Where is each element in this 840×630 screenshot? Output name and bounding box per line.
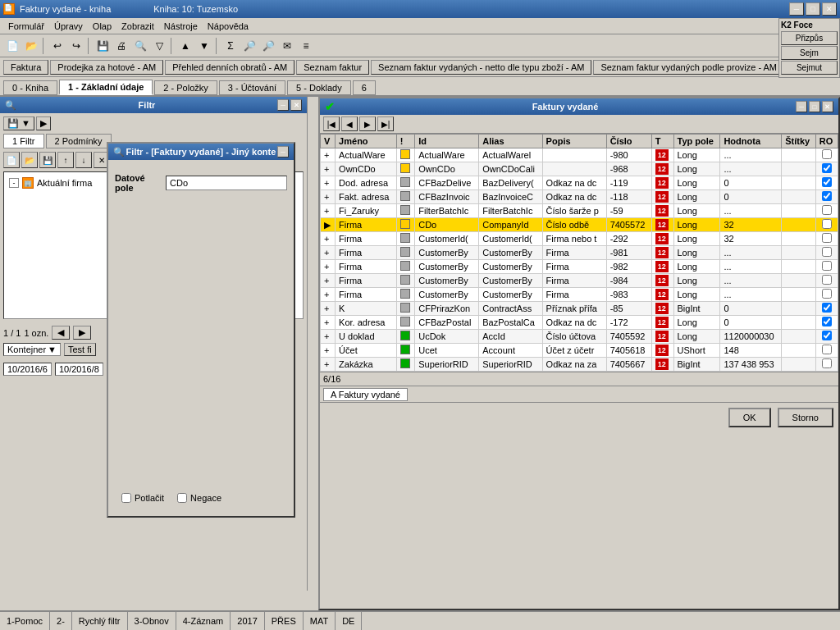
filter-action-save2[interactable]: 💾 <box>39 152 56 168</box>
status-pomoc[interactable]: 1-Pomoc <box>0 612 50 630</box>
table-row[interactable]: + K CFPrirazKon ContractAss Příznak příf… <box>321 302 838 316</box>
cell-ro[interactable] <box>815 232 838 246</box>
menu-napoveda[interactable]: Nápověda <box>203 20 253 33</box>
table-row[interactable]: + OwnCDo OwnCDo OwnCDoCali -968 12 Long … <box>321 162 838 176</box>
maximize-btn[interactable]: □ <box>806 2 820 16</box>
cell-ro[interactable] <box>815 148 838 162</box>
table-row[interactable]: + ActualWare ActualWare ActualWarel -980… <box>321 148 838 162</box>
table-row[interactable]: + Firma CustomerId( CustomerId( Firma ne… <box>321 232 838 246</box>
table-row[interactable]: + Fakt. adresa CFBazInvoic BazInvoiceC O… <box>321 190 838 204</box>
cell-ro[interactable] <box>815 288 838 302</box>
table-row[interactable]: + Kor. adresa CFBazPostal BazPostalCa Od… <box>321 316 838 330</box>
table-row[interactable]: + Firma CustomerBy CustomerBy Firma -984… <box>321 274 838 288</box>
ok-button[interactable]: OK <box>728 408 771 427</box>
shortcut-seznam-provize[interactable]: Seznam faktur vydaných podle provize - A… <box>593 60 784 75</box>
potlacit-checkbox[interactable]: Potlačit <box>121 493 164 503</box>
shortcut-prehled[interactable]: Přehled denních obratů - AM <box>165 60 294 75</box>
negace-checkbox[interactable]: Negace <box>177 493 221 503</box>
filter-action-new[interactable]: 📄 <box>3 152 20 168</box>
right-panel-min[interactable]: ─ <box>796 101 807 112</box>
bottom-tab-faktury[interactable]: A Faktury vydané <box>323 388 408 401</box>
right-panel-max[interactable]: □ <box>809 101 820 112</box>
table-row[interactable]: ▶ Firma CDo CompanyId Číslo odbě 7405572… <box>321 218 838 232</box>
menu-formularz[interactable]: Formulář <box>3 20 49 33</box>
date-to[interactable]: 10/2016/8 <box>55 363 103 376</box>
cell-ro[interactable] <box>815 162 838 176</box>
cell-ro[interactable] <box>815 358 838 372</box>
table-row[interactable]: + Firma CustomerBy CustomerBy Firma -981… <box>321 246 838 260</box>
shortcut-seznam[interactable]: Seznam faktur <box>296 60 369 75</box>
shortcut-seznam-vydanych[interactable]: Seznam faktur vydaných - netto dle typu … <box>371 60 591 75</box>
table-row[interactable]: + Firma CustomerBy CustomerBy Firma -983… <box>321 288 838 302</box>
tab-1-zakladni[interactable]: 1 - Základní údaje <box>59 80 153 95</box>
tab-3-uctovani[interactable]: 3 - Účtování <box>219 80 285 95</box>
menu-nastroje[interactable]: Nástroje <box>159 20 203 33</box>
shortcut-prodejka[interactable]: Prodejka za hotové - AM <box>50 60 163 75</box>
cell-ro[interactable] <box>815 344 838 358</box>
date-from[interactable]: 10/2016/6 <box>3 363 52 376</box>
close-btn[interactable]: ✕ <box>822 2 837 16</box>
subdialog-field-input[interactable] <box>166 176 287 190</box>
tb-open[interactable]: 📂 <box>22 37 40 55</box>
tb-redo[interactable]: ↪ <box>67 37 85 55</box>
cell-ro[interactable] <box>815 246 838 260</box>
right-panel-close[interactable]: ✕ <box>822 101 833 112</box>
table-row[interactable]: + U doklad UcDok AccId Číslo účtova 7405… <box>321 330 838 344</box>
kontejner-dropdown[interactable]: Kontejner ▼ <box>3 343 61 356</box>
shortcut-faktura[interactable]: Faktura <box>3 60 48 75</box>
tb-up[interactable]: ▲ <box>176 37 194 55</box>
pag-prev[interactable]: ◀ <box>52 326 70 340</box>
status-obnov[interactable]: 3-Obnov <box>128 612 176 630</box>
k2-sejmut[interactable]: Sejmut <box>781 61 838 75</box>
tb-new[interactable]: 📄 <box>3 37 21 55</box>
tb-sum[interactable]: Σ <box>221 37 240 55</box>
table-row[interactable]: + Fi_Zaruky FilterBatchIc FilterBatchIc … <box>321 204 838 218</box>
tb-undo[interactable]: ↩ <box>48 37 66 55</box>
tb-funnel[interactable]: ▽ <box>150 37 168 55</box>
tb-down[interactable]: ▼ <box>195 37 213 55</box>
menu-olap[interactable]: Olap <box>88 20 116 33</box>
nav-prev[interactable]: ◀ <box>341 116 358 131</box>
nav-first[interactable]: |◀ <box>323 116 340 131</box>
status-zaznam[interactable]: 4-Záznam <box>176 612 231 630</box>
cell-ro[interactable] <box>815 302 838 316</box>
storno-button[interactable]: Storno <box>778 408 833 427</box>
k2-sejm[interactable]: Sejm <box>781 46 838 60</box>
tb-print[interactable]: 🖨 <box>112 37 130 55</box>
cell-ro[interactable] <box>815 330 838 344</box>
filter-close[interactable]: ✕ <box>290 99 302 111</box>
tb-search[interactable]: 🔎 <box>240 37 258 55</box>
cell-ro[interactable] <box>815 204 838 218</box>
tab-2-polozky[interactable]: 2 - Položky <box>154 80 217 95</box>
cell-ro[interactable] <box>815 190 838 204</box>
cell-ro[interactable] <box>815 274 838 288</box>
tab-6[interactable]: 6 <box>353 80 376 95</box>
table-row[interactable]: + Firma CustomerBy CustomerBy Firma -982… <box>321 260 838 274</box>
filter-tab-1[interactable]: 1 Filtr <box>3 134 44 148</box>
cell-ro[interactable] <box>815 260 838 274</box>
tb-search2[interactable]: 🔎 <box>259 37 277 55</box>
table-row[interactable]: + Zakázka SuperiorRID SuperiorRID Odkaz … <box>321 358 838 372</box>
tab-5-doklady[interactable]: 5 - Doklady <box>287 80 351 95</box>
filter-tab-2[interactable]: 2 Podmínky <box>46 134 112 148</box>
tb-filter[interactable]: 🔍 <box>131 37 149 55</box>
tb-email[interactable]: ✉ <box>278 37 296 55</box>
tab-0-kniha[interactable]: 0 - Kniha <box>3 80 57 95</box>
nav-next[interactable]: ▶ <box>359 116 376 131</box>
filter-action-folder[interactable]: 📂 <box>21 152 38 168</box>
menu-zobrazit[interactable]: Zobrazit <box>116 20 159 33</box>
filter-save-btn[interactable]: 💾 ▼ <box>3 116 34 130</box>
minimize-btn[interactable]: ─ <box>789 2 804 16</box>
filter-action-up[interactable]: ↑ <box>57 152 74 168</box>
cell-ro[interactable] <box>815 316 838 330</box>
menu-upravy[interactable]: Úpravy <box>49 20 88 33</box>
cell-ro[interactable] <box>815 218 838 232</box>
table-row[interactable]: + Dod. adresa CFBazDelive BazDelivery( O… <box>321 176 838 190</box>
filter-minimize[interactable]: ─ <box>277 99 289 111</box>
tree-expand-btn[interactable]: - <box>9 178 19 188</box>
k2-prizpus[interactable]: Přizpůs <box>781 31 838 45</box>
tb-save[interactable]: 💾 <box>94 37 112 55</box>
pag-next[interactable]: ▶ <box>73 326 91 340</box>
nav-last[interactable]: ▶| <box>377 116 394 131</box>
subdialog-min[interactable]: ─ <box>277 146 289 158</box>
